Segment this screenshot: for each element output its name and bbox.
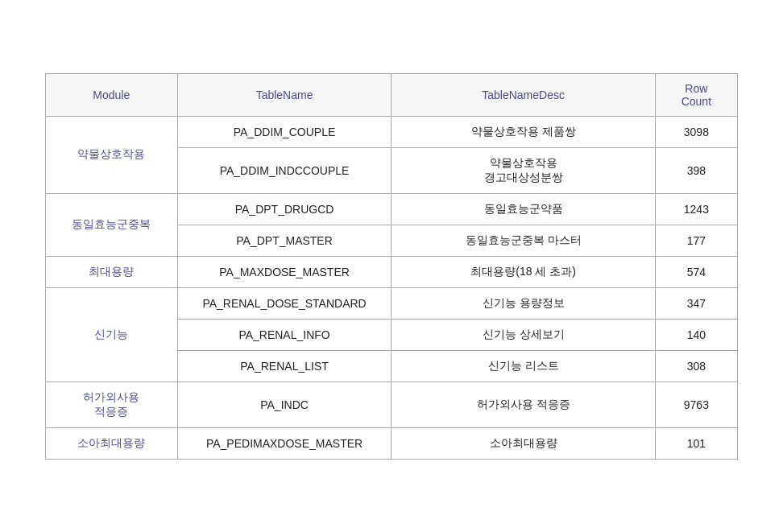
table-row: 약물상호작용PA_DDIM_COUPLE약물상호작용 제품쌍3098 (46, 116, 738, 147)
cell-rowcount: 9763 (655, 381, 737, 427)
cell-tablename: PA_DPT_MASTER (177, 225, 392, 256)
table-row: 최대용량PA_MAXDOSE_MASTER최대용량(18 세 초과)574 (46, 256, 738, 287)
table-row: 허가외사용적응증PA_INDC허가외사용 적응증9763 (46, 381, 738, 427)
cell-tablename: PA_PEDIMAXDOSE_MASTER (177, 427, 392, 459)
cell-module: 신기능 (46, 287, 178, 381)
cell-tablename: PA_MAXDOSE_MASTER (177, 256, 392, 287)
cell-tablename: PA_DDIM_INDCCOUPLE (177, 147, 392, 193)
cell-tablename: PA_RENAL_DOSE_STANDARD (177, 287, 392, 319)
cell-rowcount: 101 (655, 427, 737, 459)
cell-module: 최대용량 (46, 256, 178, 287)
cell-tabledesc: 약물상호작용 제품쌍 (392, 116, 655, 147)
cell-tabledesc: 최대용량(18 세 초과) (392, 256, 655, 287)
cell-tabledesc: 신기능 상세보기 (392, 319, 655, 350)
cell-tabledesc: 약물상호작용경고대상성분쌍 (392, 147, 655, 193)
table-container: Module TableName TableNameDesc RowCount … (45, 73, 738, 460)
cell-tabledesc: 소아최대용량 (392, 427, 655, 459)
table-row: 소아최대용량PA_PEDIMAXDOSE_MASTER소아최대용량101 (46, 427, 738, 459)
cell-tablename: PA_DPT_DRUGCD (177, 193, 392, 225)
cell-tabledesc: 동일효능군중복 마스터 (392, 225, 655, 256)
cell-rowcount: 177 (655, 225, 737, 256)
header-rowcount: RowCount (655, 73, 737, 116)
data-table: Module TableName TableNameDesc RowCount … (45, 73, 738, 460)
cell-rowcount: 398 (655, 147, 737, 193)
cell-tabledesc: 동일효능군약품 (392, 193, 655, 225)
cell-rowcount: 3098 (655, 116, 737, 147)
cell-module: 허가외사용적응증 (46, 381, 178, 427)
cell-tabledesc: 허가외사용 적응증 (392, 381, 655, 427)
cell-tablename: PA_INDC (177, 381, 392, 427)
cell-rowcount: 347 (655, 287, 737, 319)
table-row: 동일효능군중복PA_DPT_DRUGCD동일효능군약품1243 (46, 193, 738, 225)
cell-rowcount: 308 (655, 350, 737, 381)
cell-rowcount: 1243 (655, 193, 737, 225)
header-tabledesc: TableNameDesc (392, 73, 655, 116)
cell-tablename: PA_RENAL_LIST (177, 350, 392, 381)
cell-rowcount: 140 (655, 319, 737, 350)
header-tablename: TableName (177, 73, 392, 116)
cell-module: 약물상호작용 (46, 116, 178, 193)
cell-tabledesc: 신기능 용량정보 (392, 287, 655, 319)
table-row: 신기능PA_RENAL_DOSE_STANDARD신기능 용량정보347 (46, 287, 738, 319)
cell-tabledesc: 신기능 리스트 (392, 350, 655, 381)
cell-module: 동일효능군중복 (46, 193, 178, 256)
cell-rowcount: 574 (655, 256, 737, 287)
cell-tablename: PA_DDIM_COUPLE (177, 116, 392, 147)
cell-tablename: PA_RENAL_INFO (177, 319, 392, 350)
cell-module: 소아최대용량 (46, 427, 178, 459)
header-module: Module (46, 73, 178, 116)
